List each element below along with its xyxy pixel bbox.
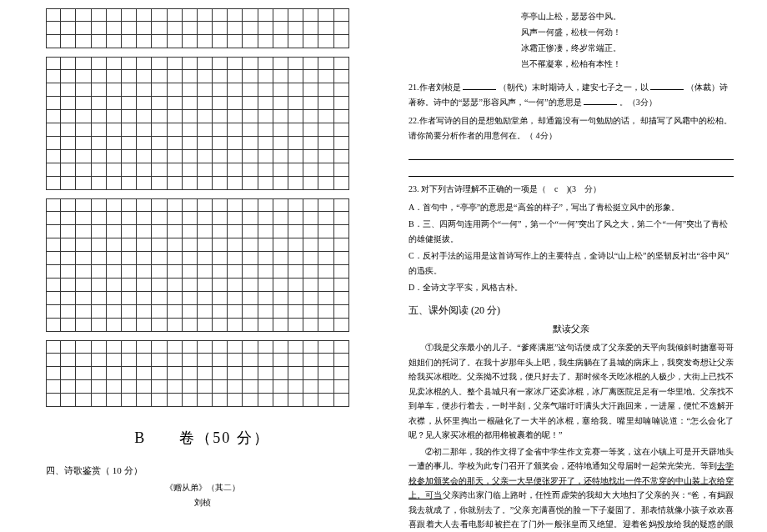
answer-line[interactable] — [409, 148, 734, 160]
q21-text-d: 。（3分） — [619, 98, 657, 107]
q22-text-a: 22.作者写诗的目的是想勉励堂弟， — [409, 116, 536, 125]
option-a: A．首句中，“亭亭”的意思是“高耸的样子”，写出了青松挺立风中的形象。 — [409, 200, 734, 215]
question-21: 21.作者刘桢是 （朝代）末时期诗人，建安七子之一，以 （体裁）诗著称。诗中的“… — [409, 80, 734, 110]
answer-grid-block-1 — [46, 8, 358, 48]
option-d: D．全诗文字平实，风格古朴。 — [409, 280, 734, 295]
q21-text-a: 21.作者刘桢是 — [409, 83, 463, 92]
answer-grid-block-2 — [46, 57, 358, 190]
right-page: 亭亭山上松，瑟瑟谷中风。 风声一何盛，松枝一何劲！ 冰霜正惨凄，终岁常端正。 岂… — [384, 0, 767, 532]
section-5-heading: 五、课外阅读 (20 分) — [409, 304, 734, 318]
left-page: B 卷（50 分） 四、诗歌鉴赏（ 10 分） 《赠从弟》（其二） 刘桢 — [0, 0, 384, 532]
p2-a: ②初二那年，我的作文得了全省中学生作文竞赛一等奖，这在小镇上可是开天辟地头一遭的… — [409, 447, 734, 471]
poem-author: 刘桢 — [46, 497, 358, 509]
q21-text-b: （朝代）末时期诗人，建安七子之一，以 — [499, 83, 651, 92]
blank-input[interactable] — [650, 81, 684, 90]
poem-line: 岂不罹凝寒，松柏有本性！ — [409, 56, 734, 72]
essay-body: ①我是父亲最小的儿子。“爹疼满崽”这句话便成了父亲爱的天平向我倾斜时搪塞哥哥姐姐… — [409, 340, 734, 532]
q22-text-b: 却通篇没有一句勉励的话， — [538, 116, 638, 125]
essay-paragraph-2: ②初二那年，我的作文得了全省中学生作文竞赛一等奖，这在小镇上可是开天辟地头一遭的… — [409, 444, 734, 533]
essay-paragraph-1: ①我是父亲最小的儿子。“爹疼满崽”这句话便成了父亲爱的天平向我倾斜时搪塞哥哥姐姐… — [409, 340, 734, 443]
poem-body: 亭亭山上松，瑟瑟谷中风。 风声一何盛，松枝一何劲！ 冰霜正惨凄，终岁常端正。 岂… — [409, 8, 734, 72]
answer-grid-block-4 — [46, 340, 358, 407]
poem-title: 《赠从弟》（其二） — [46, 482, 358, 494]
p2-b: 父亲跨出家门临上路时，任性而虚荣的我却大大地扫了父亲的兴：“爸，有妈跟我去就成了… — [409, 490, 734, 532]
question-22: 22.作者写诗的目的是想勉励堂弟， 却通篇没有一句勉励的话， 却描写了风霜中的松… — [409, 113, 734, 143]
answer-grid-block-3 — [46, 198, 358, 332]
poem-line: 亭亭山上松，瑟瑟谷中风。 — [409, 8, 734, 24]
poem-line: 风声一何盛，松枝一何劲！ — [409, 24, 734, 40]
essay-title: 默读父亲 — [409, 323, 734, 335]
blank-input[interactable] — [463, 81, 496, 90]
poem-line: 冰霜正惨凄，终岁常端正。 — [409, 40, 734, 56]
option-c: C．反衬手法的运用是这首诗写作上的主要特点，全诗以“山上松”的坚韧反衬出“谷中风… — [409, 248, 734, 279]
section-4-heading: 四、诗歌鉴赏（ 10 分） — [46, 464, 358, 477]
answer-line[interactable] — [409, 165, 734, 177]
q22-text-c: 却描写了风霜中的松柏。 — [640, 116, 732, 125]
section-b-title: B 卷（50 分） — [46, 428, 358, 448]
blank-input[interactable] — [584, 96, 617, 105]
option-b: B．三、四两句连用两个“一何”，第一个“一何”突出了风之大，第二个“一何”突出了… — [409, 217, 734, 247]
q22-text-d: 请你简要分析作者的用意何在。（ 4分） — [409, 131, 557, 140]
question-23: 23. 对下列古诗理解不正确的一项是（ c )(3 分） — [409, 182, 734, 197]
